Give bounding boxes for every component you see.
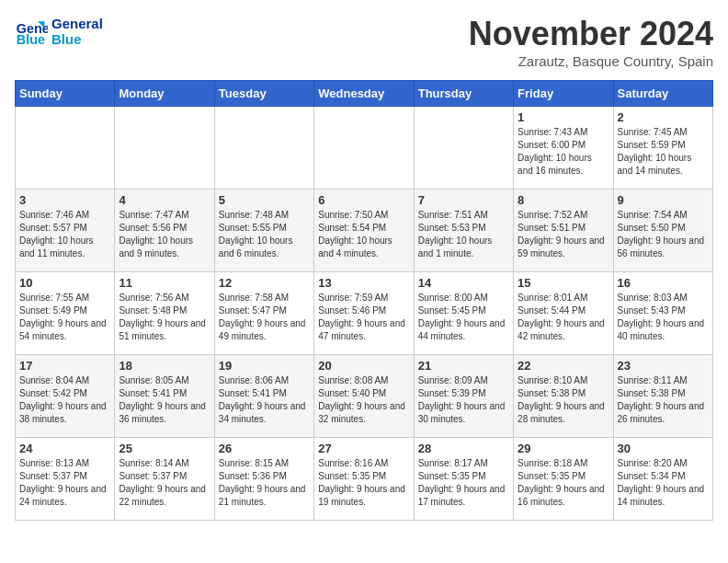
day-header-saturday: Saturday [613, 81, 712, 107]
calendar-cell: 13Sunrise: 7:59 AM Sunset: 5:46 PM Dayli… [314, 272, 414, 355]
day-info: Sunrise: 8:00 AM Sunset: 5:45 PM Dayligh… [418, 292, 509, 343]
calendar-cell: 20Sunrise: 8:08 AM Sunset: 5:40 PM Dayli… [314, 355, 414, 438]
calendar-cell: 5Sunrise: 7:48 AM Sunset: 5:55 PM Daylig… [214, 190, 313, 272]
calendar-week-1: 1Sunrise: 7:43 AM Sunset: 6:00 PM Daylig… [16, 107, 713, 190]
calendar-cell: 10Sunrise: 7:55 AM Sunset: 5:49 PM Dayli… [16, 272, 115, 355]
header: General Blue General Blue November 2024 … [15, 15, 713, 69]
calendar-week-5: 24Sunrise: 8:13 AM Sunset: 5:37 PM Dayli… [16, 438, 713, 521]
day-info: Sunrise: 8:13 AM Sunset: 5:37 PM Dayligh… [19, 457, 110, 509]
calendar-cell: 12Sunrise: 7:58 AM Sunset: 5:47 PM Dayli… [214, 272, 313, 355]
day-number: 29 [518, 442, 609, 455]
calendar-cell: 8Sunrise: 7:52 AM Sunset: 5:51 PM Daylig… [514, 190, 613, 272]
day-info: Sunrise: 7:52 AM Sunset: 5:51 PM Dayligh… [518, 209, 609, 260]
day-info: Sunrise: 7:43 AM Sunset: 6:00 PM Dayligh… [518, 126, 609, 178]
calendar-cell: 2Sunrise: 7:45 AM Sunset: 5:59 PM Daylig… [613, 107, 712, 190]
calendar-cell [214, 107, 313, 190]
day-header-friday: Friday [514, 81, 613, 107]
day-number: 30 [618, 442, 709, 455]
day-header-monday: Monday [115, 81, 214, 107]
day-info: Sunrise: 8:18 AM Sunset: 5:35 PM Dayligh… [518, 457, 609, 509]
day-number: 10 [19, 276, 110, 290]
day-info: Sunrise: 8:05 AM Sunset: 5:41 PM Dayligh… [119, 374, 210, 426]
day-info: Sunrise: 8:14 AM Sunset: 5:37 PM Dayligh… [119, 457, 210, 509]
day-info: Sunrise: 8:10 AM Sunset: 5:38 PM Dayligh… [518, 374, 609, 426]
day-number: 16 [618, 276, 709, 290]
day-header-tuesday: Tuesday [214, 81, 313, 107]
day-number: 26 [219, 442, 310, 455]
calendar-cell: 9Sunrise: 7:54 AM Sunset: 5:50 PM Daylig… [613, 190, 712, 272]
day-number: 17 [19, 359, 110, 373]
day-info: Sunrise: 8:15 AM Sunset: 5:36 PM Dayligh… [219, 457, 310, 509]
day-info: Sunrise: 7:55 AM Sunset: 5:49 PM Dayligh… [19, 292, 110, 343]
day-number: 6 [318, 193, 409, 207]
day-info: Sunrise: 8:01 AM Sunset: 5:44 PM Dayligh… [518, 292, 609, 343]
day-info: Sunrise: 7:50 AM Sunset: 5:54 PM Dayligh… [318, 209, 409, 260]
day-number: 1 [518, 110, 609, 124]
day-info: Sunrise: 7:46 AM Sunset: 5:57 PM Dayligh… [19, 209, 110, 260]
day-number: 25 [119, 442, 210, 455]
logo-line1: General [51, 16, 103, 31]
day-info: Sunrise: 7:48 AM Sunset: 5:55 PM Dayligh… [219, 209, 310, 260]
day-info: Sunrise: 7:56 AM Sunset: 5:48 PM Dayligh… [119, 292, 210, 343]
calendar-week-3: 10Sunrise: 7:55 AM Sunset: 5:49 PM Dayli… [16, 272, 713, 355]
day-header-sunday: Sunday [16, 81, 115, 107]
calendar-cell: 25Sunrise: 8:14 AM Sunset: 5:37 PM Dayli… [115, 438, 214, 521]
day-info: Sunrise: 7:54 AM Sunset: 5:50 PM Dayligh… [618, 209, 709, 260]
day-number: 23 [618, 359, 709, 373]
calendar-cell: 24Sunrise: 8:13 AM Sunset: 5:37 PM Dayli… [16, 438, 115, 521]
day-info: Sunrise: 7:58 AM Sunset: 5:47 PM Dayligh… [219, 292, 310, 343]
calendar-cell: 27Sunrise: 8:16 AM Sunset: 5:35 PM Dayli… [314, 438, 414, 521]
day-number: 4 [119, 193, 210, 207]
calendar-cell: 7Sunrise: 7:51 AM Sunset: 5:53 PM Daylig… [414, 190, 513, 272]
calendar-cell [414, 107, 513, 190]
month-title: November 2024 [469, 15, 713, 53]
calendar-cell [314, 107, 414, 190]
calendar-table: SundayMondayTuesdayWednesdayThursdayFrid… [15, 80, 713, 521]
day-info: Sunrise: 8:09 AM Sunset: 5:39 PM Dayligh… [418, 374, 509, 426]
day-number: 9 [618, 193, 709, 207]
day-number: 22 [518, 359, 609, 373]
logo-icon: General Blue [15, 15, 48, 48]
calendar-cell: 21Sunrise: 8:09 AM Sunset: 5:39 PM Dayli… [414, 355, 513, 438]
calendar-cell: 29Sunrise: 8:18 AM Sunset: 5:35 PM Dayli… [514, 438, 613, 521]
calendar-cell: 23Sunrise: 8:11 AM Sunset: 5:38 PM Dayli… [613, 355, 712, 438]
day-number: 27 [318, 442, 409, 455]
calendar-cell: 26Sunrise: 8:15 AM Sunset: 5:36 PM Dayli… [214, 438, 313, 521]
day-number: 18 [119, 359, 210, 373]
day-info: Sunrise: 8:08 AM Sunset: 5:40 PM Dayligh… [318, 374, 409, 426]
day-info: Sunrise: 8:11 AM Sunset: 5:38 PM Dayligh… [618, 374, 709, 426]
day-info: Sunrise: 8:03 AM Sunset: 5:43 PM Dayligh… [618, 292, 709, 343]
day-info: Sunrise: 8:17 AM Sunset: 5:35 PM Dayligh… [418, 457, 509, 509]
calendar-cell: 28Sunrise: 8:17 AM Sunset: 5:35 PM Dayli… [414, 438, 513, 521]
calendar-cell: 14Sunrise: 8:00 AM Sunset: 5:45 PM Dayli… [414, 272, 513, 355]
calendar-cell [115, 107, 214, 190]
day-info: Sunrise: 7:51 AM Sunset: 5:53 PM Dayligh… [418, 209, 509, 260]
calendar-cell: 17Sunrise: 8:04 AM Sunset: 5:42 PM Dayli… [16, 355, 115, 438]
day-header-thursday: Thursday [414, 81, 513, 107]
calendar-week-2: 3Sunrise: 7:46 AM Sunset: 5:57 PM Daylig… [16, 190, 713, 272]
calendar-week-4: 17Sunrise: 8:04 AM Sunset: 5:42 PM Dayli… [16, 355, 713, 438]
day-number: 8 [518, 193, 609, 207]
calendar-header-row: SundayMondayTuesdayWednesdayThursdayFrid… [16, 81, 713, 107]
logo: General Blue General Blue [15, 15, 103, 48]
day-info: Sunrise: 7:45 AM Sunset: 5:59 PM Dayligh… [618, 126, 709, 178]
day-number: 7 [418, 193, 509, 207]
calendar-cell [16, 107, 115, 190]
day-info: Sunrise: 8:04 AM Sunset: 5:42 PM Dayligh… [19, 374, 110, 426]
day-number: 14 [418, 276, 509, 290]
day-number: 15 [518, 276, 609, 290]
calendar-cell: 15Sunrise: 8:01 AM Sunset: 5:44 PM Dayli… [514, 272, 613, 355]
day-info: Sunrise: 7:59 AM Sunset: 5:46 PM Dayligh… [318, 292, 409, 343]
day-number: 21 [418, 359, 509, 373]
day-number: 12 [219, 276, 310, 290]
calendar-cell: 30Sunrise: 8:20 AM Sunset: 5:34 PM Dayli… [613, 438, 712, 521]
calendar-cell: 4Sunrise: 7:47 AM Sunset: 5:56 PM Daylig… [115, 190, 214, 272]
calendar-cell: 6Sunrise: 7:50 AM Sunset: 5:54 PM Daylig… [314, 190, 414, 272]
day-number: 11 [119, 276, 210, 290]
calendar-cell: 22Sunrise: 8:10 AM Sunset: 5:38 PM Dayli… [514, 355, 613, 438]
logo-line2: Blue [51, 31, 103, 47]
day-number: 13 [318, 276, 409, 290]
day-number: 5 [219, 193, 310, 207]
location: Zarautz, Basque Country, Spain [469, 53, 713, 69]
day-info: Sunrise: 8:20 AM Sunset: 5:34 PM Dayligh… [618, 457, 709, 509]
